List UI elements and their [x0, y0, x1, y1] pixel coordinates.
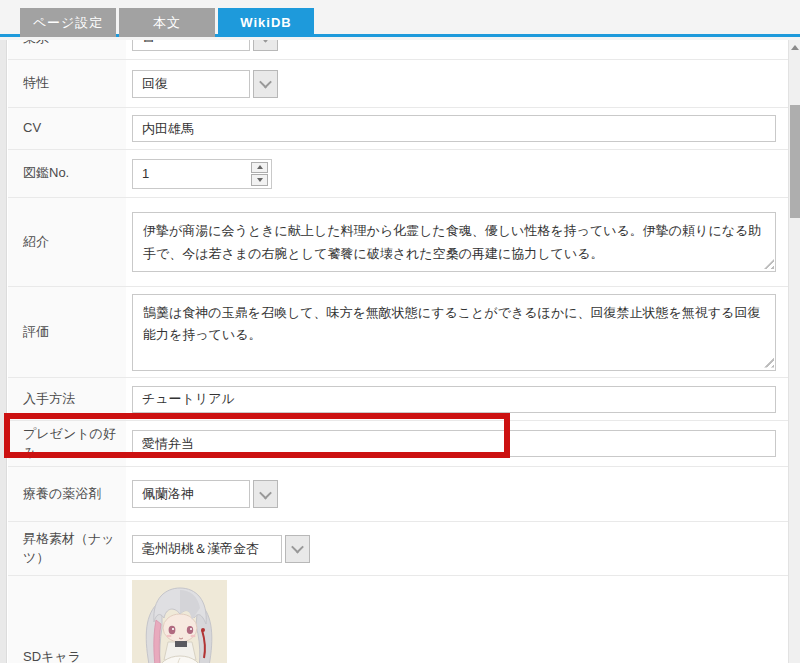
chevron-down-icon[interactable]: [253, 480, 278, 508]
form-row-bath-agent: 療養の薬浴剤 佩蘭洛神: [8, 467, 788, 522]
cuisine-select[interactable]: 魯: [132, 40, 278, 51]
field-label-text: 評価: [23, 323, 49, 342]
field-label-text: 入手方法: [23, 390, 75, 409]
form-row-introduction: 紹介 伊摯が商湯に会うときに献上した料理から化霊した食魂、優しい性格を持っている…: [8, 198, 788, 287]
tab-body[interactable]: 本文: [119, 8, 215, 37]
field-label: 入手方法: [8, 378, 126, 420]
chevron-down-icon[interactable]: [253, 70, 278, 98]
field-label-text: 療養の薬浴剤: [23, 485, 101, 504]
bath-agent-select-value: 佩蘭洛神: [132, 480, 250, 508]
field-label: SDキャラ: [8, 576, 126, 663]
promotion-material-select[interactable]: 毫州胡桃＆漢帝金杏: [132, 535, 310, 563]
chevron-down-icon[interactable]: [253, 40, 278, 51]
spinner: [251, 162, 268, 186]
tab-page-settings[interactable]: ページ設定: [20, 8, 116, 37]
scrollbar-thumb[interactable]: [790, 105, 800, 218]
field-label: 菜系: [8, 40, 126, 59]
promotion-material-select-value: 毫州胡桃＆漢帝金杏: [132, 535, 282, 563]
field-label: 昇格素材（ナッツ）: [8, 522, 126, 575]
field-label-text: プレゼントの好み: [23, 425, 120, 463]
index-no-input[interactable]: [133, 160, 242, 188]
tab-wikidb-label: WikiDB: [240, 15, 291, 30]
tab-page-settings-label: ページ設定: [33, 14, 104, 32]
introduction-textarea[interactable]: 伊摯が商湯に会うときに献上した料理から化霊した食魂、優しい性格を持っている。伊摯…: [132, 212, 776, 272]
tab-strip: ページ設定 本文 WikiDB: [20, 8, 314, 37]
chevron-down-icon[interactable]: [285, 535, 310, 563]
form-row-evaluation: 評価 鵠羹は食神の玉鼎を召喚して、味方を無敵状態にすることができるほかに、回復禁…: [8, 287, 788, 378]
field-label: 療養の薬浴剤: [8, 467, 126, 521]
form-row-cuisine-clipped: 菜系 魯: [8, 40, 788, 60]
left-gutter: [0, 40, 7, 663]
field-label: 評価: [8, 287, 126, 377]
field-label-text: 紹介: [23, 233, 49, 252]
field-label-text: 菜系: [23, 40, 49, 48]
spinner-up-icon[interactable]: [251, 162, 268, 174]
wikidb-form: 菜系 魯 特性 回復 CV 図鑑No.: [8, 40, 788, 663]
form-row-cv: CV: [8, 108, 788, 150]
form-row-present-preference: プレゼントの好み: [8, 421, 788, 467]
spinner-down-icon[interactable]: [251, 174, 268, 186]
field-label: 紹介: [8, 198, 126, 286]
bath-agent-select[interactable]: 佩蘭洛神: [132, 480, 278, 508]
tab-wikidb[interactable]: WikiDB: [218, 8, 314, 37]
field-label-text: 特性: [23, 74, 49, 93]
field-label-text: 昇格素材（ナッツ）: [23, 530, 120, 568]
form-row-acquisition: 入手方法: [8, 378, 788, 421]
tab-bar: ページ設定 本文 WikiDB: [0, 0, 800, 37]
form-row-promotion-material: 昇格素材（ナッツ） 毫州胡桃＆漢帝金杏: [8, 522, 788, 576]
index-no-stepper: [132, 159, 272, 189]
cuisine-select-value: 魯: [132, 40, 250, 51]
cv-input[interactable]: [132, 115, 776, 142]
field-label-text: CV: [23, 119, 41, 138]
present-preference-input[interactable]: [132, 430, 776, 457]
field-label-text: 図鑑No.: [23, 164, 69, 183]
sd-character-image: [132, 580, 227, 663]
form-row-index-no: 図鑑No.: [8, 150, 788, 198]
trait-select-value: 回復: [132, 70, 250, 98]
trait-select[interactable]: 回復: [132, 70, 278, 98]
vertical-scrollbar[interactable]: [788, 40, 800, 663]
field-label: 特性: [8, 60, 126, 107]
field-label: CV: [8, 108, 126, 149]
tab-body-label: 本文: [153, 14, 181, 32]
form-row-trait: 特性 回復: [8, 60, 788, 108]
form-row-sd-character: SDキャラ: [8, 576, 788, 663]
field-label-text: SDキャラ: [23, 648, 81, 663]
field-label: 図鑑No.: [8, 150, 126, 197]
acquisition-input[interactable]: [132, 386, 776, 413]
field-label: プレゼントの好み: [8, 421, 126, 466]
evaluation-textarea[interactable]: 鵠羹は食神の玉鼎を召喚して、味方を無敵状態にすることができるほかに、回復禁止状態…: [132, 294, 776, 371]
scrollbar-up-icon[interactable]: [791, 45, 799, 50]
